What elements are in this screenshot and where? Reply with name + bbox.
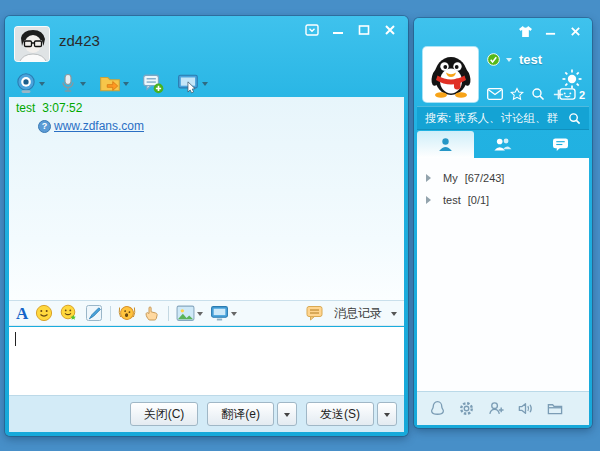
message-meta: test3:07:52 <box>16 101 397 115</box>
contact-list: My [67/243] test [0/1] <box>417 158 589 391</box>
tab-contacts[interactable] <box>417 131 474 158</box>
microphone-icon[interactable] <box>58 72 78 94</box>
status-check-icon[interactable] <box>487 53 500 66</box>
close-button[interactable] <box>565 23 585 39</box>
video-call-dropdown[interactable] <box>39 82 45 89</box>
group-name: My <box>443 172 458 184</box>
badge-count: 2 <box>579 89 585 101</box>
star-icon[interactable] <box>510 87 524 101</box>
status-dropdown[interactable] <box>506 58 512 65</box>
mail-icon[interactable] <box>487 88 503 100</box>
translate-button[interactable]: 翻译(e) <box>207 402 274 426</box>
search-bar[interactable]: 搜索: 联系人、讨论组、群 <box>417 106 589 130</box>
voice-call-dropdown[interactable] <box>80 82 86 89</box>
message-link[interactable]: www.zdfans.com <box>54 119 144 133</box>
maximize-button[interactable] <box>354 22 374 38</box>
penguin-icon[interactable] <box>429 400 446 417</box>
send-file-icon[interactable] <box>99 73 121 93</box>
username[interactable]: test <box>519 52 542 67</box>
chat-window-title: zd423 <box>59 32 100 49</box>
tab-bar <box>417 131 589 158</box>
history-button[interactable]: 消息记录 <box>334 305 382 322</box>
minimize-button[interactable] <box>328 22 348 38</box>
qzone-badge[interactable]: 2 <box>559 87 585 102</box>
image-icon[interactable] <box>176 305 195 322</box>
magnifier-icon[interactable] <box>531 87 545 101</box>
add-contact-icon[interactable] <box>487 400 505 417</box>
expand-arrow-icon <box>426 196 435 204</box>
chat-toolbar <box>15 70 221 96</box>
tab-groups[interactable] <box>474 131 531 158</box>
qzone-badge-icon <box>559 87 576 102</box>
remote-assist-dropdown[interactable] <box>202 82 208 89</box>
main-footer-toolbar <box>417 391 589 425</box>
send-dropdown[interactable] <box>377 402 397 426</box>
quick-icons-row <box>487 87 565 101</box>
history-dropdown[interactable] <box>391 312 397 319</box>
desktop-background: zd423 <box>0 0 600 451</box>
send-button[interactable]: 发送(S) <box>306 402 374 426</box>
main-window-controls <box>515 23 585 39</box>
status-row: test <box>487 52 542 67</box>
shake-window-icon[interactable] <box>118 304 136 322</box>
screenshot-icon[interactable] <box>85 304 103 322</box>
gear-icon[interactable] <box>458 400 475 417</box>
input-toolbar: A <box>9 300 404 326</box>
search-icon[interactable] <box>568 112 581 125</box>
send-file-dropdown[interactable] <box>123 82 129 89</box>
contacts-tab-icon <box>436 137 455 152</box>
remote-desktop-icon[interactable] <box>177 73 200 94</box>
speaker-icon[interactable] <box>517 400 534 417</box>
group-name: test <box>443 194 461 206</box>
translate-dropdown[interactable] <box>277 402 297 426</box>
chevron-down-icon <box>384 413 390 420</box>
history-bubble-icon[interactable] <box>306 305 324 321</box>
chevron-down-icon <box>284 413 290 420</box>
image-dropdown[interactable] <box>197 312 203 319</box>
chat-window: zd423 <box>5 16 408 436</box>
screen-send-dropdown[interactable] <box>231 312 237 319</box>
nudge-hand-icon[interactable] <box>143 304 161 322</box>
conversations-tab-icon <box>552 137 569 152</box>
close-chat-button[interactable]: 关闭(C) <box>130 402 199 426</box>
text-caret <box>15 332 16 346</box>
message-area[interactable]: test3:07:52 ? www.zdfans.com <box>9 97 404 300</box>
emoticon-icon[interactable] <box>35 304 53 322</box>
close-button[interactable] <box>380 22 400 38</box>
window-style-button[interactable] <box>302 22 322 38</box>
toolbar-divider <box>110 306 111 321</box>
discussion-plus-icon[interactable] <box>142 73 164 94</box>
expand-arrow-icon <box>426 174 435 182</box>
group-count: [0/1] <box>468 194 489 206</box>
link-bullet-icon: ? <box>38 120 51 133</box>
main-window: test 2 搜索: 联系人、讨论组、群 <box>414 18 592 428</box>
chat-button-bar: 关闭(C) 翻译(e) 发送(S) <box>9 395 404 432</box>
message-sender: test <box>16 101 35 115</box>
chat-window-controls <box>302 22 400 38</box>
contact-group-row[interactable]: My [67/243] <box>417 167 589 189</box>
search-placeholder: 搜索: 联系人、讨论组、群 <box>425 111 568 126</box>
font-icon[interactable]: A <box>16 305 28 322</box>
chat-peer-avatar[interactable] <box>14 26 50 62</box>
user-avatar[interactable] <box>423 47 478 102</box>
message-bubble: ? www.zdfans.com <box>38 119 397 133</box>
magic-emoticon-icon[interactable] <box>60 304 78 322</box>
group-count: [67/243] <box>465 172 505 184</box>
groups-tab-icon <box>492 137 513 152</box>
webcam-icon[interactable] <box>15 72 37 94</box>
screen-send-icon[interactable] <box>210 305 229 322</box>
folder-icon[interactable] <box>546 400 564 417</box>
tab-conversations[interactable] <box>532 131 589 158</box>
toolbar-divider <box>168 306 169 321</box>
message-time: 3:07:52 <box>42 101 82 115</box>
message-input[interactable] <box>9 327 404 395</box>
minimize-button[interactable] <box>540 23 560 39</box>
change-skin-button[interactable] <box>515 23 535 39</box>
contact-group-row[interactable]: test [0/1] <box>417 189 589 211</box>
